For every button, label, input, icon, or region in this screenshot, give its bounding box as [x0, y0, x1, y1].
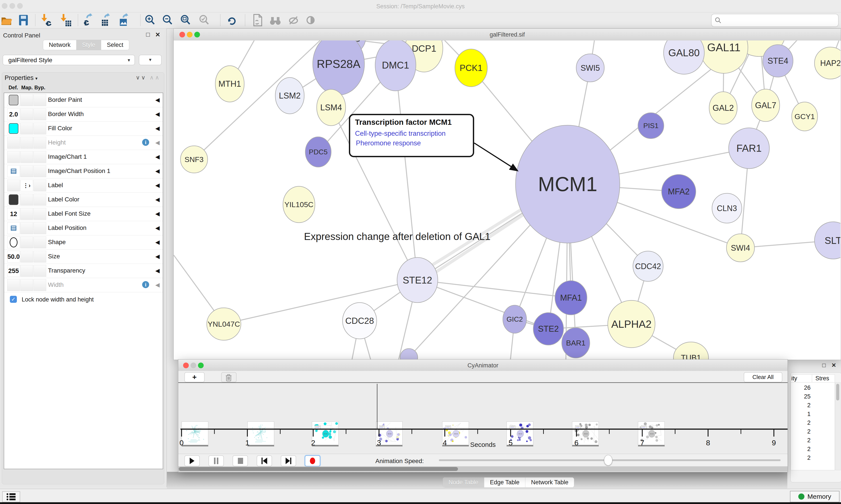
network-node-PDC5[interactable]: PDC5 — [305, 137, 331, 167]
tab-node-table[interactable]: Node Table — [443, 478, 484, 487]
search-box[interactable] — [711, 14, 839, 27]
clear-all-frames-button[interactable]: Clear All Frames — [744, 372, 782, 382]
table-cell-value[interactable]: 2 — [798, 428, 810, 435]
hide-eye-slash-icon[interactable] — [287, 13, 300, 27]
network-node-CLN3[interactable]: CLN3 — [712, 193, 742, 223]
default-cell[interactable] — [7, 151, 20, 163]
network-node-LSM4[interactable]: LSM4 — [317, 89, 345, 126]
network-document-icon[interactable] — [251, 13, 264, 27]
network-node-MCM1[interactable]: MCM1 — [516, 125, 620, 243]
zoom-in-icon[interactable] — [144, 13, 156, 27]
cyanimator-titlebar[interactable]: CyAnimator — [178, 360, 788, 372]
bypass-cell[interactable] — [34, 194, 46, 205]
table-cell-value[interactable]: 2 — [798, 446, 810, 453]
save-session-icon[interactable] — [17, 13, 29, 27]
mapping-cell[interactable] — [20, 194, 33, 205]
show-eye-icon[interactable] — [304, 13, 317, 27]
bypass-cell[interactable] — [34, 208, 46, 220]
expand-row-arrow-icon[interactable]: ◀ — [155, 253, 160, 260]
property-row-image-chart-position-1[interactable]: Image/Chart Position 1◀ — [4, 164, 163, 178]
float-panel-icon[interactable]: □ — [146, 31, 150, 38]
bypass-cell[interactable] — [34, 123, 46, 134]
timeline-hscrollbar[interactable] — [178, 466, 788, 472]
tab-network[interactable]: Network — [43, 40, 76, 50]
mapping-cell[interactable] — [20, 251, 33, 263]
default-cell[interactable] — [7, 194, 20, 205]
hscroll-thumb[interactable] — [179, 467, 458, 471]
default-cell[interactable] — [7, 180, 20, 191]
mapping-cell[interactable] — [20, 165, 33, 177]
default-cell[interactable]: 12 — [7, 208, 20, 220]
zoom-selected-icon[interactable] — [198, 13, 211, 27]
property-row-label-font-size[interactable]: 12Label Font Size◀ — [4, 207, 163, 221]
mapping-cell[interactable] — [20, 137, 33, 149]
skip-to-start-button[interactable] — [257, 455, 272, 466]
export-table-icon[interactable] — [100, 13, 112, 27]
style-selector-dropdown[interactable]: galFiltered Style ▾ — [3, 55, 135, 65]
tab-style[interactable]: Style — [76, 40, 101, 50]
annotation-link-2[interactable]: Pheromone response — [356, 139, 421, 147]
property-row-label[interactable]: ⋮›Label◀ — [4, 178, 163, 193]
network-node-STE12[interactable]: STE12 — [397, 257, 438, 303]
default-cell[interactable] — [7, 137, 20, 149]
network-node-LSM2[interactable]: LSM2 — [275, 77, 304, 114]
bypass-cell[interactable] — [34, 222, 46, 234]
network-edge[interactable] — [194, 40, 327, 159]
property-row-size[interactable]: 50.0Size◀ — [4, 250, 163, 264]
network-window-titlebar[interactable]: galFiltered.sif — [174, 29, 841, 41]
expand-row-arrow-icon[interactable]: ◀ — [155, 196, 160, 203]
find-binoculars-icon[interactable] — [269, 13, 281, 27]
default-cell[interactable]: 50.0 — [7, 251, 20, 263]
zoom-out-icon[interactable] — [162, 13, 174, 27]
delete-frame-button[interactable] — [221, 372, 236, 382]
network-node-BAR1[interactable]: BAR1 — [562, 328, 590, 358]
default-cell[interactable] — [7, 279, 20, 291]
bypass-cell[interactable] — [34, 151, 46, 163]
lock-checkbox[interactable]: ✓ — [10, 296, 17, 303]
property-row-border-paint[interactable]: Border Paint◀ — [4, 93, 163, 107]
network-node-PCK1[interactable]: PCK1 — [455, 49, 487, 87]
property-row-shape[interactable]: Shape◀ — [4, 235, 163, 250]
network-node-ALPHA2[interactable]: ALPHA2 — [608, 300, 655, 348]
network-node-CDC28[interactable]: CDC28 — [342, 303, 377, 339]
default-cell[interactable] — [7, 94, 20, 106]
close-table-icon[interactable]: ✕ — [831, 362, 836, 369]
scrollbar-thumb[interactable] — [836, 384, 839, 400]
property-row-transparency[interactable]: 255Transparency◀ — [4, 264, 163, 278]
add-frame-button[interactable]: + — [184, 372, 204, 382]
bypass-cell[interactable] — [34, 94, 46, 106]
properties-header[interactable]: Properties ▾ — [5, 74, 37, 82]
network-node-SLT[interactable]: SLT — [815, 222, 840, 259]
bypass-cell[interactable] — [34, 279, 46, 291]
expand-row-arrow-icon[interactable]: ◀ — [155, 168, 160, 175]
default-cell[interactable] — [7, 236, 20, 248]
expand-row-arrow-icon[interactable]: ◀ — [155, 125, 160, 132]
search-input[interactable] — [724, 15, 834, 25]
network-node-SWI4[interactable]: SWI4 — [727, 234, 754, 262]
mapping-cell[interactable] — [20, 151, 33, 163]
col-header-stress[interactable]: Stres — [816, 375, 829, 382]
mapping-cell[interactable] — [20, 123, 33, 134]
expand-collapse-icons[interactable]: ∨∨ ∧∧ — [136, 74, 161, 81]
timeline-playhead[interactable] — [377, 384, 377, 429]
mapping-cell[interactable]: ⋮› — [20, 180, 33, 191]
network-node-FAR1[interactable]: FAR1 — [729, 128, 769, 168]
bypass-cell[interactable] — [34, 108, 46, 120]
close-panel-icon[interactable]: ✕ — [155, 31, 160, 38]
float-table-icon[interactable]: □ — [822, 362, 826, 369]
network-node-STE4[interactable]: STE4 — [763, 45, 793, 77]
network-node-STE2[interactable]: STE2 — [533, 313, 563, 345]
animation-speed-thumb[interactable] — [604, 455, 612, 466]
expand-row-arrow-icon[interactable]: ◀ — [155, 239, 160, 246]
network-node-CDC42[interactable]: CDC42 — [633, 251, 663, 281]
mapping-cell[interactable] — [20, 222, 33, 234]
expand-row-arrow-icon[interactable]: ◀ — [155, 139, 160, 146]
annotation-link-1[interactable]: Cell-type-specific transcription — [355, 130, 446, 138]
network-node-DMC1[interactable]: DMC1 — [375, 40, 416, 91]
table-cell-value[interactable]: 2 — [798, 454, 810, 461]
default-cell[interactable] — [7, 222, 20, 234]
import-network-icon[interactable] — [40, 13, 53, 27]
open-session-icon[interactable] — [0, 13, 13, 27]
column-divider[interactable] — [812, 375, 812, 382]
network-edge[interactable] — [395, 65, 417, 280]
